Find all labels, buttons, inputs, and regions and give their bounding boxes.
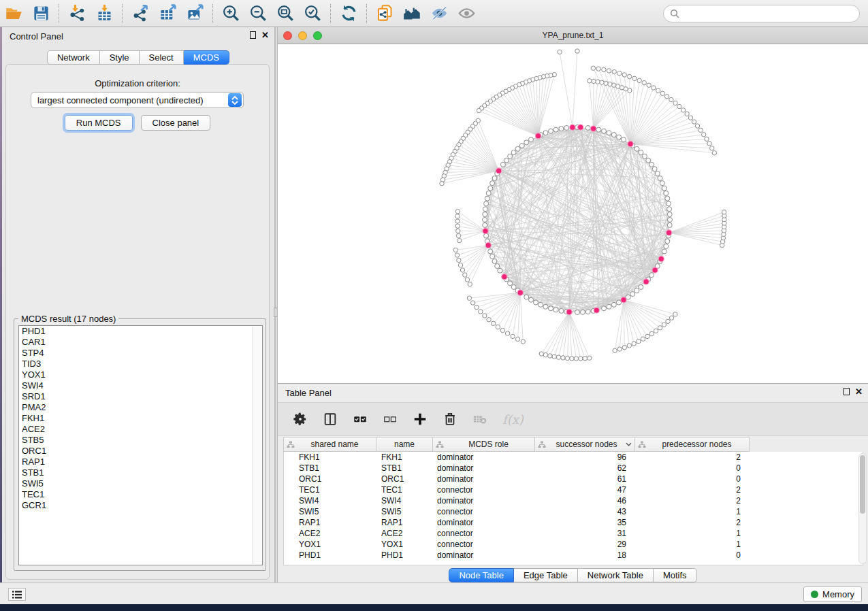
network-node[interactable]: [491, 321, 495, 325]
network-node[interactable]: [457, 258, 461, 262]
delete-column-icon[interactable]: [443, 412, 457, 427]
tab-mcds[interactable]: MCDS: [184, 50, 229, 65]
table-cell[interactable]: connector: [434, 507, 536, 516]
network-node[interactable]: [612, 83, 616, 87]
float-panel-icon[interactable]: [250, 31, 256, 39]
table-row[interactable]: STB1STB1dominator620: [284, 463, 863, 474]
network-node[interactable]: [564, 125, 569, 130]
network-node[interactable]: [646, 158, 651, 163]
table-row[interactable]: ORC1ORC1dominator610: [284, 474, 863, 484]
network-node[interactable]: [632, 342, 636, 346]
network-canvas[interactable]: [278, 44, 867, 382]
export-image-icon[interactable]: [181, 2, 208, 25]
network-node[interactable]: [628, 141, 633, 146]
network-node[interactable]: [484, 233, 489, 238]
network-node[interactable]: [652, 167, 657, 171]
mcds-result-item[interactable]: YOX1: [19, 369, 262, 380]
network-node[interactable]: [455, 224, 460, 228]
network-node[interactable]: [637, 339, 641, 343]
network-node[interactable]: [591, 126, 596, 131]
network-node[interactable]: [457, 238, 461, 242]
network-node[interactable]: [515, 337, 519, 341]
network-node[interactable]: [622, 345, 626, 349]
network-node[interactable]: [642, 154, 647, 159]
network-node[interactable]: [529, 297, 534, 302]
network-node[interactable]: [548, 306, 553, 311]
first-neighbors-icon[interactable]: [398, 2, 425, 25]
mcds-result-list[interactable]: PHD1CAR1STP4TID3YOX1SWI4SRD1PMA2FKH1ACE2…: [18, 325, 263, 565]
network-node[interactable]: [607, 131, 611, 135]
table-cell[interactable]: 0: [636, 463, 750, 473]
column-header-MCDS-role[interactable]: MCDS role: [433, 437, 535, 452]
network-node[interactable]: [600, 80, 604, 84]
network-node[interactable]: [455, 253, 459, 257]
table-row[interactable]: FKH1FKH1dominator962: [284, 452, 863, 463]
table-cell[interactable]: ORC1: [377, 474, 434, 484]
table-cell[interactable]: RAP1: [284, 518, 377, 527]
network-node[interactable]: [665, 239, 670, 244]
table-cell[interactable]: 2: [636, 496, 750, 506]
table-cell[interactable]: SWI5: [377, 507, 434, 516]
mcds-result-item[interactable]: SWI4: [19, 380, 262, 391]
close-panel-icon[interactable]: ✕: [855, 388, 863, 395]
network-node[interactable]: [627, 74, 631, 78]
network-node[interactable]: [492, 176, 497, 180]
network-node[interactable]: [710, 146, 714, 150]
network-node[interactable]: [504, 158, 509, 163]
table-cell[interactable]: dominator: [434, 518, 536, 527]
network-node[interactable]: [596, 127, 601, 132]
table-cell[interactable]: ACE2: [284, 529, 377, 538]
network-node[interactable]: [627, 344, 631, 348]
network-node[interactable]: [712, 151, 716, 155]
hide-selected-icon[interactable]: [425, 2, 453, 25]
table-cell[interactable]: 1: [636, 529, 750, 538]
mcds-result-item[interactable]: PHD1: [19, 326, 262, 337]
network-node[interactable]: [505, 331, 509, 335]
table-cell[interactable]: TEC1: [284, 485, 377, 495]
network-node[interactable]: [543, 304, 548, 309]
table-cell[interactable]: 2: [636, 485, 750, 495]
table-cell[interactable]: PHD1: [284, 550, 377, 560]
network-node[interactable]: [490, 181, 495, 186]
network-node[interactable]: [575, 310, 580, 315]
open-file-icon[interactable]: [0, 2, 27, 25]
table-cell[interactable]: PHD1: [377, 550, 434, 560]
zoom-out-icon[interactable]: [244, 2, 272, 25]
table-cell[interactable]: connector: [434, 540, 536, 549]
table-cell[interactable]: 43: [536, 507, 636, 516]
network-node[interactable]: [495, 264, 500, 269]
network-node[interactable]: [455, 219, 460, 223]
mcds-result-item[interactable]: PMA2: [19, 402, 262, 413]
table-row[interactable]: TEC1TEC1connector472: [284, 484, 863, 495]
network-node[interactable]: [685, 112, 689, 116]
network-node[interactable]: [664, 244, 669, 249]
network-node[interactable]: [521, 340, 525, 344]
table-cell[interactable]: STB1: [284, 463, 377, 473]
zoom-fit-icon[interactable]: [272, 2, 299, 25]
table-cell[interactable]: SWI5: [284, 507, 377, 516]
close-panel-icon[interactable]: ✕: [261, 31, 269, 39]
table-cell[interactable]: 0: [636, 550, 750, 560]
network-node[interactable]: [669, 97, 673, 101]
mcds-result-item[interactable]: RAP1: [19, 457, 262, 467]
mcds-result-item[interactable]: TID3: [19, 359, 262, 369]
network-node[interactable]: [561, 356, 565, 360]
network-node[interactable]: [649, 162, 654, 167]
network-node[interactable]: [588, 356, 592, 360]
column-chooser-icon[interactable]: [323, 412, 338, 427]
network-node[interactable]: [502, 274, 507, 280]
network-node[interactable]: [487, 318, 491, 322]
network-node[interactable]: [662, 249, 666, 254]
network-node[interactable]: [639, 150, 643, 155]
network-node[interactable]: [483, 228, 488, 233]
network-node[interactable]: [647, 83, 651, 87]
table-row[interactable]: YOX1YOX1connector291: [284, 539, 863, 550]
select-all-rows-icon[interactable]: [353, 412, 368, 427]
network-node[interactable]: [553, 308, 558, 312]
table-cell[interactable]: SWI4: [377, 496, 434, 506]
table-cell[interactable]: 31: [536, 529, 636, 538]
network-node[interactable]: [440, 181, 444, 185]
tab-network[interactable]: Network: [47, 50, 100, 65]
network-node[interactable]: [583, 356, 587, 360]
table-cell[interactable]: TEC1: [377, 485, 434, 495]
